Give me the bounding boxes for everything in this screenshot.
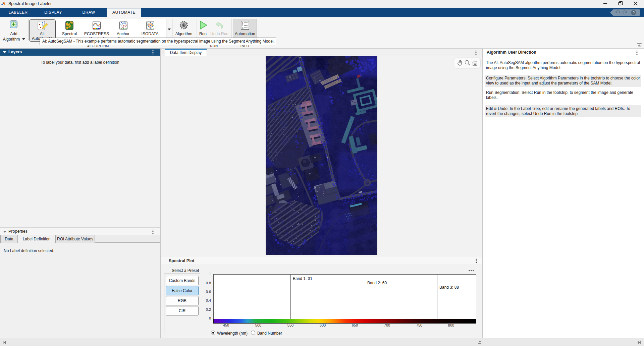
svg-text:1: 1: [242, 22, 244, 24]
svg-text:?: ?: [633, 11, 635, 15]
svg-text:3: 3: [242, 27, 244, 29]
svg-text:2: 2: [242, 24, 244, 26]
